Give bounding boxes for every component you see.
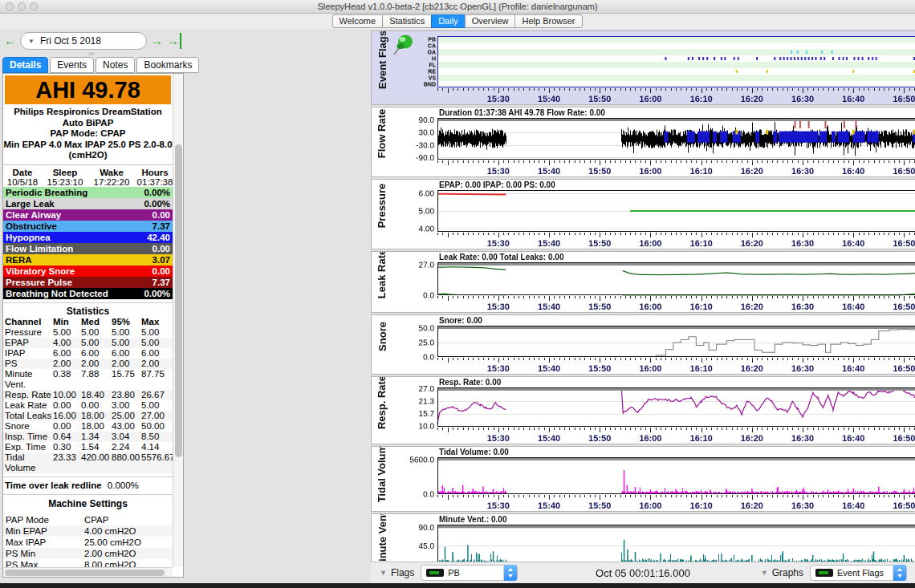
- graphs-controls: ▼ Graphs Event Flags: [752, 565, 907, 581]
- statistics-cell: 5.00: [141, 338, 173, 348]
- statistics-row-ipap: IPAP6.006.006.006.00: [3, 348, 173, 359]
- statistics-cell: 1.54: [81, 442, 112, 452]
- window-zoom-button[interactable]: [30, 2, 38, 10]
- event-row-obstructive: Obstructive7.37: [3, 221, 173, 232]
- current-date: Fri Oct 5 2018: [40, 35, 101, 47]
- statistics-cell: IPAP: [5, 348, 53, 359]
- statistics-row-insp-time: Insp. Time0.641.343.048.50: [3, 432, 173, 442]
- leak-redline-value: 0.000%: [108, 481, 139, 490]
- event-row-label: Hypopnea: [6, 232, 147, 243]
- statistics-cell: 27.00: [141, 411, 173, 421]
- window-close-button[interactable]: [6, 2, 14, 10]
- event-row-label: Periodic Breathing: [6, 187, 144, 198]
- statistics-cell: 18.00: [81, 411, 112, 421]
- window-minimize-button[interactable]: [18, 2, 26, 10]
- tab-welcome[interactable]: Welcome: [332, 14, 384, 28]
- flow-rate-plot[interactable]: [372, 107, 915, 176]
- window-controls: [6, 2, 38, 10]
- sidebar-tab-notes[interactable]: Notes: [96, 57, 135, 73]
- statistics-col-header: 95%: [112, 317, 141, 327]
- event-row-label: Pressure Pulse: [6, 277, 152, 288]
- graphs-collapse-icon[interactable]: ▼: [761, 569, 768, 577]
- chart-panel-tidal-volume: Tidal VolumeTidal Volume: 0.00Tidal Volu…: [371, 446, 915, 512]
- event-row-breathing-not-detected: Breathing Not Detected0.00%: [3, 288, 173, 299]
- tidal-volume-plot[interactable]: [372, 447, 915, 511]
- pressure-plot[interactable]: [372, 180, 915, 249]
- session-value: 15:23:10: [42, 177, 88, 187]
- daily-charts-region: Event FlagsFlow RateDuration 01:37:38 AH…: [185, 29, 915, 583]
- pushpin-icon: [392, 33, 416, 60]
- statistics-row-exp-time: Exp. Time0.301.542.244.14: [3, 442, 173, 452]
- event-row-label: Breathing Not Detected: [6, 288, 144, 299]
- event-row-clear-airway: Clear Airway0.00: [3, 209, 173, 221]
- graphs-selected-value: Event Flags: [837, 568, 889, 578]
- statistics-cell: Insp. Time: [5, 432, 53, 442]
- event-row-value: 0.00: [152, 209, 170, 221]
- machine-info-line: (cmH2O): [3, 150, 173, 161]
- ahi-label: AHI: [35, 77, 75, 103]
- statistics-cell: 3.04: [112, 432, 141, 442]
- date-select[interactable]: ▼ Fri Oct 5 2018: [20, 32, 147, 50]
- statistics-cell: 6.00: [53, 348, 81, 359]
- tab-daily[interactable]: Daily: [431, 14, 465, 28]
- flags-stepper[interactable]: [503, 565, 517, 581]
- scrollbar-thumb[interactable]: [5, 570, 165, 576]
- chart-panel-minute-vent: Minute Vent.Minute Vent.: 0.00Minute Ven…: [371, 513, 915, 562]
- resp-rate-header: Resp. Rate: 0.00: [439, 378, 501, 387]
- statistics-cell: 15.75: [112, 369, 141, 390]
- sidebar-tab-events[interactable]: Events: [50, 57, 94, 73]
- statistics-cell: 23.33: [53, 452, 81, 473]
- sleepyhead-window: SleepyHead v1.0.0-beta-2 [cb213cc OpenGL…: [0, 0, 915, 588]
- machine-setting-cell: 25.00 cmH2O: [84, 537, 173, 548]
- statistics-cell: 5.00: [81, 327, 112, 338]
- statistics-row-resp-rate: Resp. Rate10.0018.4023.8026.67: [3, 390, 173, 400]
- details-content: AHI 49.78 Philips Respironics DreamStati…: [3, 74, 173, 567]
- statistics-cell: 26.67: [141, 390, 173, 400]
- statistics-header-row: ChannelMinMed95%Max: [3, 317, 173, 327]
- statistics-cell: 5.00: [112, 338, 141, 348]
- date-navigation: ← ▼ Fri Oct 5 2018 → →: [2, 31, 184, 51]
- scrollbar-thumb[interactable]: [175, 144, 182, 457]
- graphs-select[interactable]: Event Flags: [810, 565, 907, 581]
- sidebar-vertical-scrollbar[interactable]: [173, 74, 183, 567]
- next-day-button[interactable]: →: [151, 33, 163, 49]
- statistics-cell: 0.00: [53, 421, 81, 432]
- graphs-stepper[interactable]: [893, 565, 906, 581]
- statistics-cell: Tidal Volume: [5, 452, 53, 473]
- machine-setting-cell: PAP Mode: [6, 514, 84, 525]
- tab-statistics[interactable]: Statistics: [382, 14, 432, 28]
- chart-panel-snore: SnoreSnore: 0.00Snore: [371, 314, 915, 375]
- machine-setting-cell: PS Max: [6, 559, 84, 568]
- latest-day-button[interactable]: →: [167, 33, 181, 49]
- splitter-handle[interactable]: [88, 52, 95, 55]
- resp-rate-plot[interactable]: [372, 377, 915, 444]
- tab-help-browser[interactable]: Help Browser: [514, 14, 582, 28]
- window-bottom-edge: [0, 583, 915, 588]
- sidebar: ← ▼ Fri Oct 5 2018 → → DetailsEventsNote…: [0, 29, 185, 583]
- statistics-cell: Snore: [5, 421, 53, 432]
- event-row-periodic-breathing: Periodic Breathing0.00%: [3, 187, 173, 198]
- event-summary-list: Periodic Breathing0.00%Large Leak0.00%Cl…: [3, 187, 173, 299]
- sidebar-horizontal-scrollbar[interactable]: [3, 567, 173, 577]
- flags-select[interactable]: PB: [421, 565, 518, 581]
- event-row-value: 42.40: [147, 232, 170, 243]
- flags-collapse-icon[interactable]: ▼: [380, 569, 387, 577]
- statistics-cell: 18.40: [81, 390, 112, 400]
- tab-overview[interactable]: Overview: [465, 14, 516, 28]
- session-value: 01:37:38: [135, 177, 173, 187]
- statistics-cell: 10.00: [53, 390, 81, 400]
- statistics-cell: 7.88: [81, 369, 112, 390]
- window-title: SleepyHead v1.0.0-beta-2 [cb213cc OpenGL…: [0, 0, 915, 13]
- pressure-header: EPAP: 0.00 IPAP: 0.00 PS: 0.00: [439, 180, 555, 189]
- previous-day-button[interactable]: ←: [4, 33, 16, 49]
- chart-panel-leak-rate: Leak RateLeak Rate: 0.00 Total Leaks: 0.…: [371, 251, 915, 313]
- event-flags-plot[interactable]: [372, 31, 915, 104]
- statistics-cell: 420.00: [81, 452, 112, 473]
- statistics-cell: 5.00: [141, 400, 173, 411]
- statistics-cell: 0.30: [53, 442, 81, 452]
- event-row-label: Flow Limitation: [6, 243, 152, 254]
- sidebar-tab-details[interactable]: Details: [2, 57, 48, 73]
- statistics-row-leak-rate: Leak Rate0.000.003.005.00: [3, 400, 173, 411]
- statistics-cell: 87.75: [141, 369, 173, 390]
- statistics-cell: 23.80: [112, 390, 141, 400]
